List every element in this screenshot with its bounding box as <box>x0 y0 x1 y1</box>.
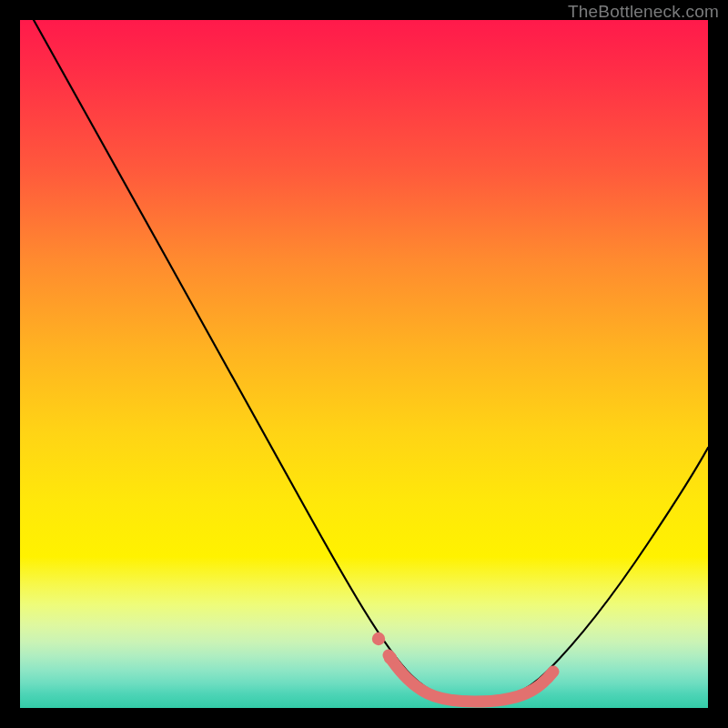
plot-area <box>20 20 708 708</box>
chart-stage: TheBottleneck.com <box>0 0 728 728</box>
curve-layer <box>20 20 708 708</box>
watermark-text: TheBottleneck.com <box>568 2 719 22</box>
highlight-segment <box>389 655 553 702</box>
highlight-dot <box>384 652 397 664</box>
bottleneck-curve-path <box>34 20 708 702</box>
highlight-dot <box>372 632 385 645</box>
